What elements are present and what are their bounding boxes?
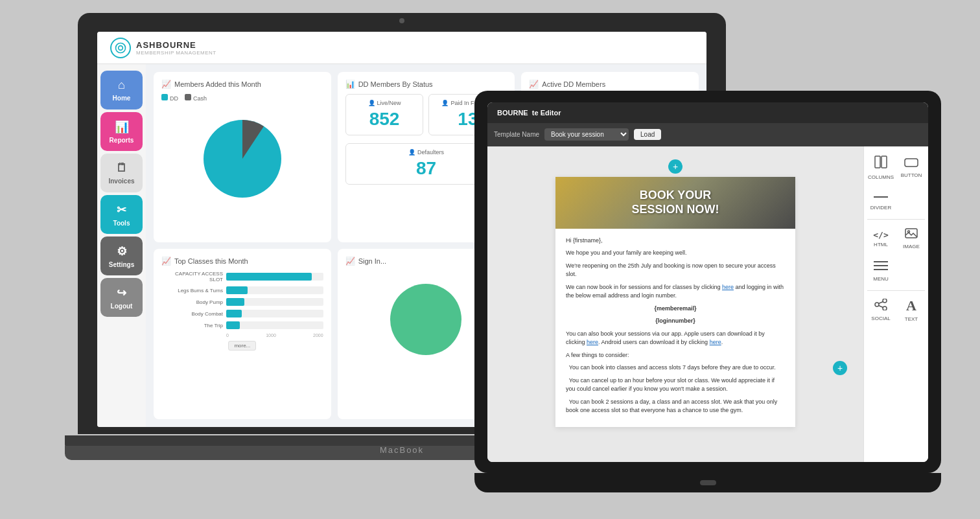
tool-columns[interactable]: COLUMNS — [867, 153, 894, 182]
add-circle-icon[interactable]: + — [668, 159, 682, 174]
sidebar-item-logout-label: Logout — [111, 303, 133, 310]
pie-chart — [161, 107, 323, 211]
horiz-bar-row-4: Body Combat — [161, 310, 323, 317]
macbook-label: MacBook — [380, 445, 424, 455]
tablet-device: BOURNE te Editor Template Name Book your… — [474, 91, 941, 492]
side-add-button[interactable]: + — [833, 361, 847, 375]
tablet-brand: BOURNE — [497, 109, 528, 117]
email-para1: We hope you and your family are keeping … — [566, 249, 785, 258]
columns-icon — [874, 155, 888, 172]
email-body-content: Hi {firstname}, We hope you and your fam… — [555, 229, 795, 427]
members-added-card: 📈 Members Added this Month DD Cash — [154, 72, 331, 242]
tool-section-divider — [867, 219, 925, 220]
tool-menu[interactable]: MENU — [867, 257, 894, 286]
tablet-body: BOURNE te Editor Template Name Book your… — [474, 91, 941, 473]
logo-text: ASHBOURNE — [136, 40, 216, 50]
email-para5: A few things to consider: — [566, 351, 785, 360]
svg-point-0 — [116, 43, 126, 52]
live-new-value: 852 — [351, 109, 418, 130]
laptop-header: ASHBOURNE MEMBERSHIP MANAGEMENT — [97, 32, 706, 64]
tablet-editor-title: te Editor — [532, 109, 561, 117]
active-dd-icon: 📈 — [529, 80, 539, 89]
svg-point-13 — [875, 303, 879, 306]
horiz-bar-row-5: The Trip — [161, 321, 323, 329]
tool-section-divider-2 — [867, 290, 925, 291]
invoices-icon: 🗒 — [116, 161, 128, 175]
menu-icon — [874, 260, 888, 274]
sidebar-item-home[interactable]: ⌂ Home — [100, 71, 143, 110]
email-para4: You can also book your sessions via our … — [566, 330, 785, 347]
live-new-stat: 👤 Live/New 852 — [345, 94, 424, 135]
tool-html[interactable]: </> HTML — [867, 224, 894, 253]
logo-sub: MEMBERSHIP MANAGEMENT — [136, 50, 216, 56]
sidebar-item-settings[interactable]: ⚙ Settings — [100, 236, 143, 275]
email-preview: BOOK YOURSESSION NOW! Hi {firstname}, We… — [555, 177, 795, 427]
bar-fill-3 — [226, 298, 244, 306]
chart-icon: 📈 — [161, 80, 171, 89]
sidebar-item-logout[interactable]: ↪ Logout — [100, 278, 143, 317]
template-toolbar: Template Name Book your session Load — [487, 123, 928, 146]
template-canvas[interactable]: + BOOK YOURSESSION NOW! Hi {firstname}, … — [487, 146, 863, 462]
tool-text-label: TEXT — [905, 316, 918, 322]
template-load-button[interactable]: Load — [634, 129, 661, 140]
class-label-4: Body Combat — [161, 311, 223, 317]
social-icon — [874, 299, 888, 314]
tool-image[interactable]: IMAGE — [898, 224, 925, 253]
bar-fill-1 — [226, 273, 312, 281]
active-dd-title: 📈 Active DD Members — [529, 80, 691, 89]
svg-line-16 — [879, 301, 883, 303]
class-label-3: Body Pump — [161, 299, 223, 305]
cash-legend-dot — [185, 94, 191, 100]
top-classes-icon: 📈 — [161, 257, 171, 266]
sidebar: ⌂ Home 📊 Reports 🗒 Invoices ✂ Tools — [97, 64, 146, 427]
email-bullet2: You can cancel up to an hour before your… — [566, 376, 785, 394]
template-select[interactable]: Book your session — [544, 128, 629, 141]
horiz-bar-row-2: Legs Bums & Turns — [161, 286, 323, 294]
macbook-camera — [399, 18, 404, 23]
image-icon — [905, 228, 918, 242]
sidebar-item-settings-label: Settings — [109, 261, 134, 268]
class-label-2: Legs Bums & Turns — [161, 288, 223, 294]
live-new-label: 👤 Live/New — [351, 100, 418, 106]
sidebar-item-invoices-label: Invoices — [108, 178, 134, 185]
sidebar-item-home-label: Home — [113, 95, 131, 102]
class-label-1: CAPACITY ACCESS SLOT — [161, 271, 223, 283]
top-classes-card: 📈 Top Classes this Month CAPACITY ACCESS… — [154, 249, 331, 419]
email-bullet1: You can book into classes and access slo… — [566, 363, 785, 373]
sidebar-item-reports[interactable]: 📊 Reports — [100, 112, 143, 151]
tablet-header: BOURNE te Editor — [487, 102, 928, 123]
svg-rect-6 — [905, 159, 918, 167]
bar-fill-5 — [226, 321, 240, 329]
tool-divider[interactable]: DIVIDER — [867, 185, 894, 214]
tool-text[interactable]: A TEXT — [898, 295, 925, 325]
svg-point-14 — [883, 299, 887, 303]
email-para3: We can now book in for sessions and for … — [566, 283, 785, 301]
template-body: + BOOK YOURSESSION NOW! Hi {firstname}, … — [487, 146, 928, 462]
svg-point-15 — [883, 306, 887, 310]
email-para2: We're reopening on the 25th July and boo… — [566, 262, 785, 279]
logout-icon: ↪ — [117, 286, 126, 300]
tablet-footer — [474, 473, 941, 492]
email-bullet3: You can book 2 sessions a day, a class a… — [566, 398, 785, 415]
bar-fill-2 — [226, 286, 248, 294]
email-merge-login: {loginnumber} — [566, 317, 785, 326]
sidebar-item-invoices[interactable]: 🗒 Invoices — [100, 154, 143, 192]
dd-members-title: 📊 DD Members By Status — [345, 80, 508, 89]
home-icon: ⌂ — [118, 78, 125, 92]
reports-icon: 📊 — [115, 120, 129, 134]
tool-social-label: SOCIAL — [871, 316, 890, 321]
sidebar-item-tools[interactable]: ✂ Tools — [100, 195, 143, 234]
add-section-button[interactable]: + — [500, 159, 850, 174]
svg-point-3 — [390, 284, 461, 355]
tool-html-label: HTML — [874, 242, 888, 248]
button-icon — [904, 157, 918, 170]
more-button[interactable]: more... — [228, 341, 256, 351]
tool-social[interactable]: SOCIAL — [867, 295, 894, 325]
svg-point-1 — [119, 45, 123, 50]
settings-icon: ⚙ — [117, 244, 127, 259]
tablet-home-button[interactable] — [700, 480, 716, 485]
email-hero: BOOK YOURSESSION NOW! — [555, 177, 795, 229]
tool-button[interactable]: BUTTON — [898, 153, 925, 182]
text-icon: A — [906, 297, 916, 314]
svg-rect-5 — [881, 156, 887, 168]
